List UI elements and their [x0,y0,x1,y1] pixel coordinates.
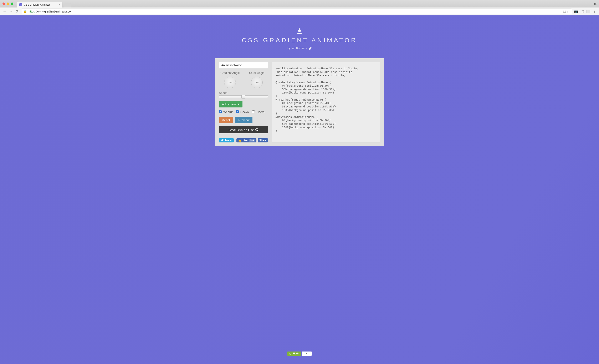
css-output[interactable]: -webkit-animation: AnimationName 30s eas… [272,62,380,142]
gradient-angle-dial[interactable] [224,77,236,88]
speed-slider-thumb[interactable] [241,95,245,99]
mac-user-label: Tim [592,2,597,5]
browser-toolbar: ← → ⟳ 🔒 https://www.gradient-animator.co… [0,8,599,15]
translate-icon[interactable]: ☳ [563,9,566,13]
flame-icon [297,28,302,34]
main-card: Gradient Angle Scroll Angle Speed Add co… [215,58,384,146]
flattr-count: 4 [302,352,312,356]
url-scheme: https [28,10,35,13]
extension-icon[interactable] [587,10,590,13]
address-bar[interactable]: 🔒 https://www.gradient-animator.com ☳ ☆ [21,9,572,14]
fb-like-label: Like [242,139,247,142]
webkit-checkbox[interactable]: WebKit [219,110,233,114]
preview-button[interactable]: Preview [235,117,252,123]
page-body: CSS GRADIENT ANIMATOR by Ian Forrest · G… [0,15,599,364]
prefix-checkboxes: WebKit Gecko Opera [219,110,268,114]
url-rest: ://www.gradient-animator.com [35,10,73,13]
fb-share-button[interactable]: Share [258,138,268,142]
fb-like-count: 193 [249,139,255,142]
tweet-label: Tweet [225,139,232,142]
dropbox-icon[interactable]: ⬚ [580,9,584,13]
scroll-angle-label: Scroll Angle [246,71,268,75]
gradient-angle-label: Gradient Angle [219,71,241,75]
mac-titlebar: CSS Gradient Animator × Tim [0,0,599,8]
add-colour-button[interactable]: Add colour + [219,101,242,107]
github-icon [255,128,258,131]
new-tab-button[interactable] [64,3,71,8]
speed-label: Speed [219,91,268,95]
browser-tab-active[interactable]: CSS Gradient Animator × [17,2,62,8]
tweet-button[interactable]: Tweet [219,138,234,142]
reset-button[interactable]: Reset [219,117,233,123]
tab-favicon-icon [19,3,22,6]
window-close-button[interactable] [2,2,5,5]
byline-text: by Ian Forrest · [287,47,307,50]
nav-reload-button[interactable]: ⟳ [15,9,19,14]
controls-panel: Gradient Angle Scroll Angle Speed Add co… [219,62,268,142]
flattr-button[interactable]: ◌ Flattr [287,352,301,356]
save-gist-label: Save CSS as Gist [229,128,254,132]
opera-checkbox-label: Opera [256,110,264,114]
tab-close-icon[interactable]: × [59,3,60,6]
flattr-widget: ◌ Flattr 4 [287,352,312,356]
opera-checkbox-input[interactable] [252,110,255,113]
flattr-icon: ◌ [289,352,291,355]
save-gist-button[interactable]: Save CSS as Gist [219,126,268,133]
flattr-label: Flattr [293,352,299,355]
gecko-checkbox-label: Gecko [240,110,249,114]
opera-checkbox[interactable]: Opera [252,110,264,114]
page-title: CSS GRADIENT ANIMATOR [0,37,599,44]
gecko-checkbox-input[interactable] [236,110,239,113]
camera-icon[interactable]: 📷 [574,9,578,13]
window-zoom-button[interactable] [11,2,13,5]
speed-slider[interactable] [219,95,268,98]
thumbs-up-icon: 👍 [238,139,241,142]
twitter-icon[interactable] [309,47,312,50]
nav-back-button[interactable]: ← [2,9,7,14]
scroll-angle-dial[interactable] [251,77,263,88]
chrome-menu-button[interactable]: ⋮ [593,9,597,13]
tab-title: CSS Gradient Animator [24,3,50,6]
window-minimize-button[interactable] [7,2,9,5]
fb-share-label: Share [259,139,266,142]
gecko-checkbox[interactable]: Gecko [236,110,249,114]
animation-name-input[interactable] [219,62,268,68]
webkit-checkbox-label: WebKit [223,110,233,114]
nav-forward-button[interactable]: → [9,9,13,14]
lock-icon: 🔒 [24,10,27,13]
bookmark-star-icon[interactable]: ☆ [567,9,570,13]
hero: CSS GRADIENT ANIMATOR by Ian Forrest · [0,28,599,50]
fb-like-button[interactable]: 👍 Like 193 [237,138,256,142]
webkit-checkbox-input[interactable] [219,110,222,113]
